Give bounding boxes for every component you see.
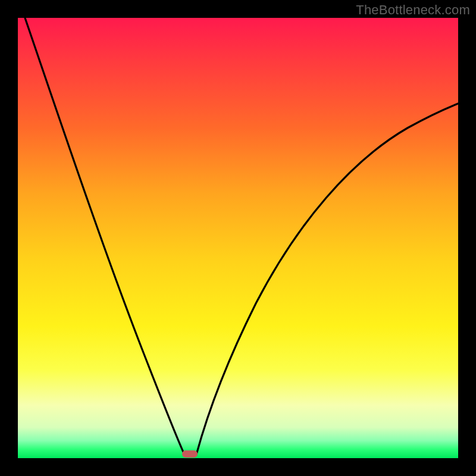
- bottleneck-curve: [18, 18, 458, 458]
- curve-right-branch: [196, 104, 458, 455]
- watermark-text: TheBottleneck.com: [356, 2, 470, 18]
- chart-frame: TheBottleneck.com: [0, 0, 476, 476]
- curve-left-branch: [25, 18, 184, 455]
- plot-area: [18, 18, 458, 458]
- minimum-marker: [182, 450, 198, 458]
